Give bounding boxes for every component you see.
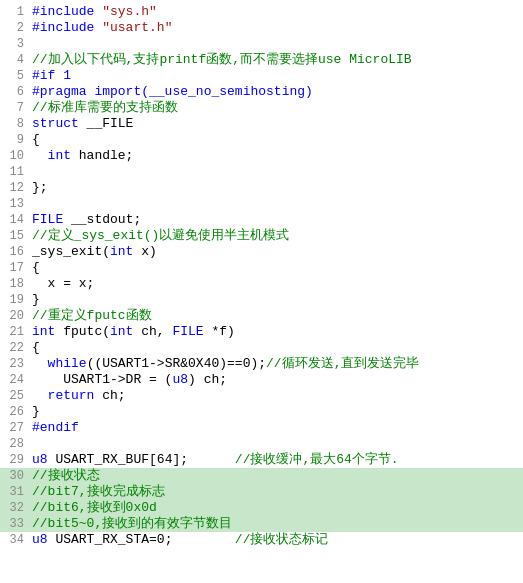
code-line: 4//加入以下代码,支持printf函数,而不需要选择use MicroLIB	[0, 52, 523, 68]
line-number: 12	[4, 180, 32, 196]
line-number: 33	[4, 516, 32, 532]
line-content: //bit5~0,接收到的有效字节数目	[32, 516, 519, 532]
code-line: 11	[0, 164, 523, 180]
line-number: 29	[4, 452, 32, 468]
line-number: 23	[4, 356, 32, 372]
line-content: #include "sys.h"	[32, 4, 519, 20]
code-line: 5#if 1	[0, 68, 523, 84]
line-number: 2	[4, 20, 32, 36]
line-content: }	[32, 404, 519, 420]
line-content: return ch;	[32, 388, 519, 404]
line-number: 24	[4, 372, 32, 388]
code-line: 3	[0, 36, 523, 52]
line-content: struct __FILE	[32, 116, 519, 132]
code-editor: 1#include "sys.h"2#include "usart.h"3 4/…	[0, 0, 523, 583]
line-number: 18	[4, 276, 32, 292]
line-content: }	[32, 292, 519, 308]
line-content	[32, 196, 519, 212]
line-content: {	[32, 260, 519, 276]
line-content: {	[32, 132, 519, 148]
code-line: 28	[0, 436, 523, 452]
line-number: 31	[4, 484, 32, 500]
line-content: //bit7,接收完成标志	[32, 484, 519, 500]
line-content: //bit6,接收到0x0d	[32, 500, 519, 516]
code-line: 29u8 USART_RX_BUF[64]; //接收缓冲,最大64个字节.	[0, 452, 523, 468]
line-number: 9	[4, 132, 32, 148]
line-content	[32, 36, 519, 52]
code-line: 12};	[0, 180, 523, 196]
line-content: while((USART1->SR&0X40)==0);//循环发送,直到发送完…	[32, 356, 519, 372]
code-line: 30//接收状态	[0, 468, 523, 484]
code-line: 31//bit7,接收完成标志	[0, 484, 523, 500]
code-line: 22{	[0, 340, 523, 356]
line-number: 30	[4, 468, 32, 484]
code-line: 19}	[0, 292, 523, 308]
line-number: 21	[4, 324, 32, 340]
line-number: 27	[4, 420, 32, 436]
code-line: 6#pragma import(__use_no_semihosting)	[0, 84, 523, 100]
code-line: 17{	[0, 260, 523, 276]
line-content: USART1->DR = (u8) ch;	[32, 372, 519, 388]
line-number: 19	[4, 292, 32, 308]
code-line: 1#include "sys.h"	[0, 4, 523, 20]
code-line: 13	[0, 196, 523, 212]
line-content: {	[32, 340, 519, 356]
line-number: 7	[4, 100, 32, 116]
line-content: int handle;	[32, 148, 519, 164]
line-number: 26	[4, 404, 32, 420]
line-content: int fputc(int ch, FILE *f)	[32, 324, 519, 340]
line-content	[32, 436, 519, 452]
line-content: FILE __stdout;	[32, 212, 519, 228]
code-line: 24 USART1->DR = (u8) ch;	[0, 372, 523, 388]
line-number: 4	[4, 52, 32, 68]
line-content	[32, 164, 519, 180]
code-line: 18 x = x;	[0, 276, 523, 292]
code-line: 20//重定义fputc函数	[0, 308, 523, 324]
code-line: 16_sys_exit(int x)	[0, 244, 523, 260]
line-number: 10	[4, 148, 32, 164]
code-line: 7//标准库需要的支持函数	[0, 100, 523, 116]
code-line: 9{	[0, 132, 523, 148]
line-content: };	[32, 180, 519, 196]
line-content: #endif	[32, 420, 519, 436]
line-content: #include "usart.h"	[32, 20, 519, 36]
line-number: 17	[4, 260, 32, 276]
code-line: 25 return ch;	[0, 388, 523, 404]
line-number: 5	[4, 68, 32, 84]
code-line: 23 while((USART1->SR&0X40)==0);//循环发送,直到…	[0, 356, 523, 372]
line-number: 32	[4, 500, 32, 516]
code-line: 33//bit5~0,接收到的有效字节数目	[0, 516, 523, 532]
line-number: 8	[4, 116, 32, 132]
line-content: //加入以下代码,支持printf函数,而不需要选择use MicroLIB	[32, 52, 519, 68]
line-content: #pragma import(__use_no_semihosting)	[32, 84, 519, 100]
line-number: 15	[4, 228, 32, 244]
code-line: 21int fputc(int ch, FILE *f)	[0, 324, 523, 340]
line-content: u8 USART_RX_BUF[64]; //接收缓冲,最大64个字节.	[32, 452, 519, 468]
line-content: //定义_sys_exit()以避免使用半主机模式	[32, 228, 519, 244]
line-number: 28	[4, 436, 32, 452]
code-line: 2#include "usart.h"	[0, 20, 523, 36]
line-number: 20	[4, 308, 32, 324]
line-number: 25	[4, 388, 32, 404]
line-content: u8 USART_RX_STA=0; //接收状态标记	[32, 532, 519, 548]
code-line: 15//定义_sys_exit()以避免使用半主机模式	[0, 228, 523, 244]
line-number: 3	[4, 36, 32, 52]
line-number: 22	[4, 340, 32, 356]
code-line: 27#endif	[0, 420, 523, 436]
line-number: 6	[4, 84, 32, 100]
line-number: 11	[4, 164, 32, 180]
line-content: //重定义fputc函数	[32, 308, 519, 324]
line-content: x = x;	[32, 276, 519, 292]
code-line: 10 int handle;	[0, 148, 523, 164]
code-line: 14FILE __stdout;	[0, 212, 523, 228]
line-number: 34	[4, 532, 32, 548]
line-number: 14	[4, 212, 32, 228]
line-content: _sys_exit(int x)	[32, 244, 519, 260]
line-number: 16	[4, 244, 32, 260]
line-content: //标准库需要的支持函数	[32, 100, 519, 116]
code-line: 34u8 USART_RX_STA=0; //接收状态标记	[0, 532, 523, 548]
code-line: 32//bit6,接收到0x0d	[0, 500, 523, 516]
line-content: #if 1	[32, 68, 519, 84]
line-number: 1	[4, 4, 32, 20]
line-content: //接收状态	[32, 468, 519, 484]
